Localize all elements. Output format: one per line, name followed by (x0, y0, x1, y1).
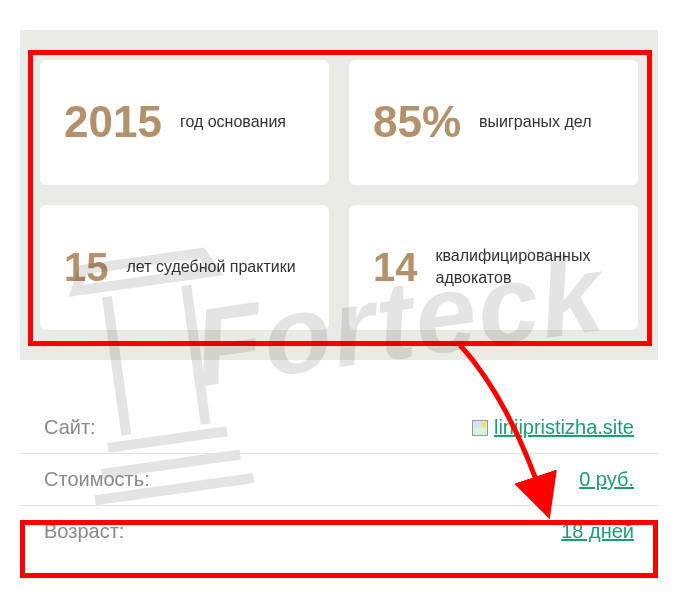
site-link[interactable]: liniipristizha.site (472, 416, 634, 439)
info-label-site: Сайт: (44, 416, 96, 439)
stat-label: квалифицированных адвокатов (436, 245, 615, 290)
cost-link[interactable]: 0 руб. (579, 468, 634, 491)
stat-number: 85% (373, 100, 461, 144)
info-row-age: Возраст: 18 дней (20, 505, 658, 557)
broken-image-icon (472, 420, 488, 436)
stat-card-years-practice: 15 лет судебной практики (40, 205, 329, 330)
stat-card-founding-year: 2015 год основания (40, 60, 329, 185)
stat-number: 15 (64, 247, 109, 287)
info-row-site: Сайт: liniipristizha.site (20, 388, 658, 453)
stat-label: лет судебной практики (127, 256, 296, 278)
info-label-age: Возраст: (44, 520, 124, 543)
stat-label: год основания (180, 111, 286, 133)
stats-panel: 2015 год основания 85% выиграных дел 15 … (20, 30, 658, 360)
stat-number: 2015 (64, 100, 162, 144)
stat-card-won-cases: 85% выиграных дел (349, 60, 638, 185)
age-link[interactable]: 18 дней (561, 520, 634, 543)
stat-card-lawyers: 14 квалифицированных адвокатов (349, 205, 638, 330)
stats-grid: 2015 год основания 85% выиграных дел 15 … (40, 60, 638, 330)
stat-number: 14 (373, 247, 418, 287)
site-link-text: liniipristizha.site (494, 416, 634, 439)
info-row-cost: Стоимость: 0 руб. (20, 453, 658, 505)
info-panel: Сайт: liniipristizha.site Стоимость: 0 р… (20, 388, 658, 557)
info-label-cost: Стоимость: (44, 468, 150, 491)
stat-label: выиграных дел (479, 111, 591, 133)
